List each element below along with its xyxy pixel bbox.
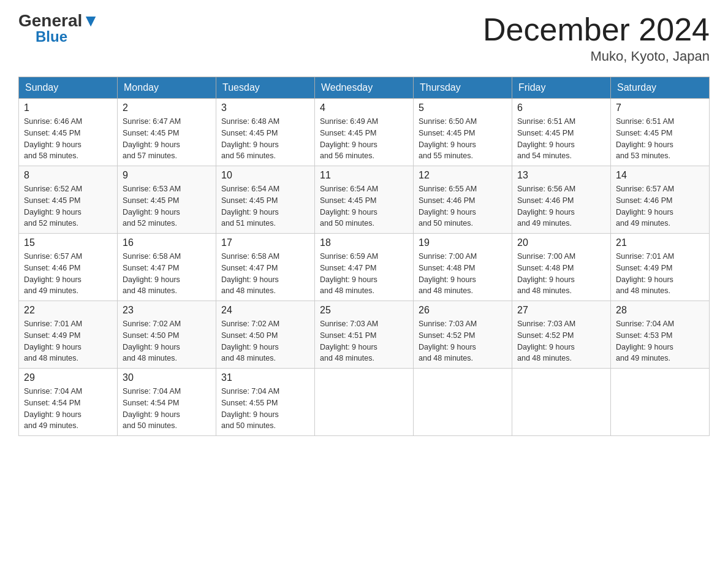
day-of-week-header: Monday [118, 77, 216, 99]
day-info: Sunrise: 7:04 AMSunset: 4:54 PMDaylight:… [123, 386, 211, 432]
day-info: Sunrise: 6:56 AMSunset: 4:46 PMDaylight:… [517, 183, 605, 229]
day-info: Sunrise: 7:02 AMSunset: 4:50 PMDaylight:… [221, 318, 309, 364]
day-number: 25 [320, 305, 408, 316]
day-info: Sunrise: 6:48 AMSunset: 4:45 PMDaylight:… [221, 116, 309, 162]
day-number: 14 [616, 170, 704, 181]
day-number: 27 [517, 305, 605, 316]
calendar-week-row: 22Sunrise: 7:01 AMSunset: 4:49 PMDayligh… [19, 301, 710, 369]
day-number: 2 [123, 102, 211, 113]
day-info: Sunrise: 7:01 AMSunset: 4:49 PMDaylight:… [616, 251, 704, 297]
day-number: 15 [24, 237, 112, 248]
logo: General▼ Blue [18, 12, 99, 44]
calendar-day-cell [414, 369, 512, 436]
day-number: 26 [419, 305, 507, 316]
day-number: 10 [221, 170, 309, 181]
day-info: Sunrise: 6:51 AMSunset: 4:45 PMDaylight:… [616, 116, 704, 162]
day-number: 17 [221, 237, 309, 248]
calendar-day-cell: 17Sunrise: 6:58 AMSunset: 4:47 PMDayligh… [216, 234, 315, 301]
calendar-day-cell: 29Sunrise: 7:04 AMSunset: 4:54 PMDayligh… [19, 369, 118, 436]
calendar-day-cell: 15Sunrise: 6:57 AMSunset: 4:46 PMDayligh… [19, 234, 118, 301]
day-info: Sunrise: 7:03 AMSunset: 4:52 PMDaylight:… [517, 318, 605, 364]
day-number: 21 [616, 237, 704, 248]
day-info: Sunrise: 7:02 AMSunset: 4:50 PMDaylight:… [123, 318, 211, 364]
day-number: 8 [24, 170, 112, 181]
day-number: 3 [221, 102, 309, 113]
day-of-week-header: Tuesday [216, 77, 315, 99]
day-number: 7 [616, 102, 704, 113]
day-number: 31 [221, 372, 309, 383]
calendar-day-cell: 4Sunrise: 6:49 AMSunset: 4:45 PMDaylight… [315, 99, 414, 166]
day-info: Sunrise: 6:54 AMSunset: 4:45 PMDaylight:… [221, 183, 309, 229]
calendar-day-cell: 16Sunrise: 6:58 AMSunset: 4:47 PMDayligh… [118, 234, 216, 301]
calendar-day-cell: 7Sunrise: 6:51 AMSunset: 4:45 PMDaylight… [611, 99, 710, 166]
calendar-day-cell: 6Sunrise: 6:51 AMSunset: 4:45 PMDaylight… [512, 99, 611, 166]
day-info: Sunrise: 6:57 AMSunset: 4:46 PMDaylight:… [24, 251, 112, 297]
day-info: Sunrise: 7:00 AMSunset: 4:48 PMDaylight:… [517, 251, 605, 297]
calendar-day-cell: 30Sunrise: 7:04 AMSunset: 4:54 PMDayligh… [118, 369, 216, 436]
calendar-day-cell: 9Sunrise: 6:53 AMSunset: 4:45 PMDaylight… [118, 166, 216, 234]
day-number: 23 [123, 305, 211, 316]
page-header: General▼ Blue December 2024 Muko, Kyoto,… [18, 12, 710, 64]
day-number: 6 [517, 102, 605, 113]
calendar-day-cell: 23Sunrise: 7:02 AMSunset: 4:50 PMDayligh… [118, 301, 216, 369]
day-number: 11 [320, 170, 408, 181]
day-number: 5 [419, 102, 507, 113]
logo-blue-text: Blue [36, 29, 99, 44]
calendar-week-row: 1Sunrise: 6:46 AMSunset: 4:45 PMDaylight… [19, 99, 710, 166]
calendar-day-cell [512, 369, 611, 436]
day-number: 30 [123, 372, 211, 383]
day-info: Sunrise: 6:46 AMSunset: 4:45 PMDaylight:… [24, 116, 112, 162]
calendar-day-cell: 14Sunrise: 6:57 AMSunset: 4:46 PMDayligh… [611, 166, 710, 234]
day-info: Sunrise: 7:00 AMSunset: 4:48 PMDaylight:… [419, 251, 507, 297]
day-number: 18 [320, 237, 408, 248]
day-number: 13 [517, 170, 605, 181]
day-number: 16 [123, 237, 211, 248]
day-number: 4 [320, 102, 408, 113]
day-info: Sunrise: 7:04 AMSunset: 4:54 PMDaylight:… [24, 386, 112, 432]
day-number: 12 [419, 170, 507, 181]
day-number: 22 [24, 305, 112, 316]
calendar-week-row: 15Sunrise: 6:57 AMSunset: 4:46 PMDayligh… [19, 234, 710, 301]
day-number: 9 [123, 170, 211, 181]
calendar-day-cell: 1Sunrise: 6:46 AMSunset: 4:45 PMDaylight… [19, 99, 118, 166]
calendar-week-row: 8Sunrise: 6:52 AMSunset: 4:45 PMDaylight… [19, 166, 710, 234]
calendar-day-cell: 5Sunrise: 6:50 AMSunset: 4:45 PMDaylight… [414, 99, 512, 166]
logo-triangle-icon: ▼ [82, 11, 99, 30]
calendar-day-cell: 26Sunrise: 7:03 AMSunset: 4:52 PMDayligh… [414, 301, 512, 369]
calendar-day-cell: 8Sunrise: 6:52 AMSunset: 4:45 PMDaylight… [19, 166, 118, 234]
day-info: Sunrise: 7:03 AMSunset: 4:51 PMDaylight:… [320, 318, 408, 364]
day-number: 19 [419, 237, 507, 248]
day-of-week-header: Saturday [611, 77, 710, 99]
day-number: 1 [24, 102, 112, 113]
calendar-table: SundayMondayTuesdayWednesdayThursdayFrid… [18, 77, 710, 436]
day-info: Sunrise: 6:57 AMSunset: 4:46 PMDaylight:… [616, 183, 704, 229]
calendar-day-cell: 25Sunrise: 7:03 AMSunset: 4:51 PMDayligh… [315, 301, 414, 369]
calendar-header-row: SundayMondayTuesdayWednesdayThursdayFrid… [19, 77, 710, 99]
title-block: December 2024 Muko, Kyoto, Japan [483, 12, 710, 64]
calendar-day-cell: 3Sunrise: 6:48 AMSunset: 4:45 PMDaylight… [216, 99, 315, 166]
calendar-day-cell: 13Sunrise: 6:56 AMSunset: 4:46 PMDayligh… [512, 166, 611, 234]
calendar-day-cell: 24Sunrise: 7:02 AMSunset: 4:50 PMDayligh… [216, 301, 315, 369]
calendar-day-cell [611, 369, 710, 436]
calendar-day-cell: 12Sunrise: 6:55 AMSunset: 4:46 PMDayligh… [414, 166, 512, 234]
day-info: Sunrise: 6:58 AMSunset: 4:47 PMDaylight:… [221, 251, 309, 297]
calendar-day-cell: 27Sunrise: 7:03 AMSunset: 4:52 PMDayligh… [512, 301, 611, 369]
day-info: Sunrise: 6:51 AMSunset: 4:45 PMDaylight:… [517, 116, 605, 162]
calendar-day-cell [315, 369, 414, 436]
logo-general-text: General▼ [18, 12, 99, 29]
day-of-week-header: Friday [512, 77, 611, 99]
day-info: Sunrise: 6:52 AMSunset: 4:45 PMDaylight:… [24, 183, 112, 229]
location: Muko, Kyoto, Japan [483, 48, 710, 64]
day-info: Sunrise: 7:01 AMSunset: 4:49 PMDaylight:… [24, 318, 112, 364]
calendar-week-row: 29Sunrise: 7:04 AMSunset: 4:54 PMDayligh… [19, 369, 710, 436]
day-info: Sunrise: 6:54 AMSunset: 4:45 PMDaylight:… [320, 183, 408, 229]
day-number: 20 [517, 237, 605, 248]
day-of-week-header: Sunday [19, 77, 118, 99]
day-info: Sunrise: 6:58 AMSunset: 4:47 PMDaylight:… [123, 251, 211, 297]
day-info: Sunrise: 6:59 AMSunset: 4:47 PMDaylight:… [320, 251, 408, 297]
day-info: Sunrise: 7:04 AMSunset: 4:53 PMDaylight:… [616, 318, 704, 364]
calendar-day-cell: 19Sunrise: 7:00 AMSunset: 4:48 PMDayligh… [414, 234, 512, 301]
day-number: 24 [221, 305, 309, 316]
calendar-day-cell: 18Sunrise: 6:59 AMSunset: 4:47 PMDayligh… [315, 234, 414, 301]
day-info: Sunrise: 6:47 AMSunset: 4:45 PMDaylight:… [123, 116, 211, 162]
